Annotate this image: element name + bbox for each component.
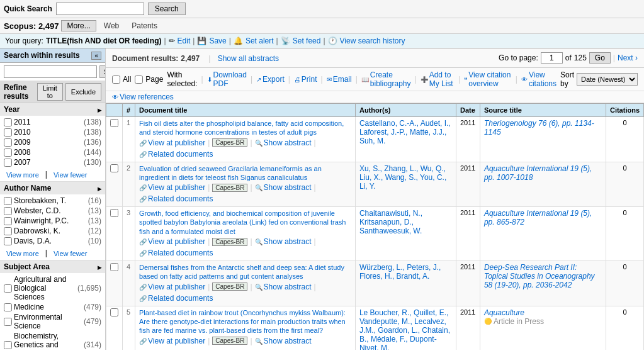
year-section-header[interactable]: Year bbox=[0, 103, 105, 116]
col-header-citations[interactable]: Citations bbox=[606, 104, 643, 117]
capes-badge[interactable]: Capes-BR bbox=[212, 282, 247, 291]
sidebar-collapse-button[interactable]: « bbox=[91, 52, 101, 60]
sidebar-search-button[interactable]: Search bbox=[99, 65, 106, 78]
subject-checkbox[interactable] bbox=[4, 303, 12, 311]
year-view-fewer-link[interactable]: View fewer bbox=[51, 170, 90, 180]
doc-title-link[interactable]: Plant-based diet in rainbow trout (Oncor… bbox=[139, 309, 346, 335]
add-to-my-list-link[interactable]: Add to My List bbox=[421, 70, 455, 88]
limit-to-button[interactable]: Limit to bbox=[37, 83, 63, 101]
related-docs-link[interactable]: Related documents bbox=[139, 249, 213, 257]
capes-badge[interactable]: Capes-BR bbox=[212, 138, 247, 147]
doc-title-link[interactable]: Growth, food efficiency, and biochemical… bbox=[139, 210, 346, 235]
set-alert-link[interactable]: Set alert bbox=[246, 36, 274, 45]
next-page-link[interactable]: Next › bbox=[618, 53, 638, 62]
set-feed-link[interactable]: Set feed bbox=[293, 36, 321, 45]
source-link[interactable]: Aquaculture International 19 (5), pp. 86… bbox=[484, 209, 592, 227]
doc-title-link[interactable]: Evaluation of dried seaweed Gracilaria l… bbox=[139, 165, 322, 181]
related-docs-link[interactable]: Related documents bbox=[139, 194, 213, 203]
author-checkbox[interactable] bbox=[4, 207, 12, 215]
author-link[interactable]: Xu, S., Zhang, L., Wu, Q., Liu, X., Wang… bbox=[359, 164, 446, 191]
source-link[interactable]: Aquaculture bbox=[484, 308, 524, 317]
view-history-link[interactable]: View search history bbox=[340, 36, 405, 45]
author-checkbox[interactable] bbox=[4, 217, 12, 225]
author-link[interactable]: Castellano, C.-A., Audet, I., Laforest, … bbox=[359, 119, 451, 145]
top-search-button[interactable]: Search bbox=[148, 3, 186, 15]
subject-checkbox[interactable] bbox=[4, 284, 12, 293]
sidebar-search-input[interactable] bbox=[4, 65, 97, 78]
exclude-button[interactable]: Exclude bbox=[65, 83, 101, 101]
year-checkbox[interactable] bbox=[4, 128, 12, 137]
edit-query-link[interactable]: Edit bbox=[178, 36, 191, 45]
view-at-publisher-link[interactable]: View at publisher bbox=[139, 183, 205, 192]
year-checkbox[interactable] bbox=[4, 138, 12, 147]
download-pdf-link[interactable]: Download PDF bbox=[207, 70, 247, 88]
save-query-link[interactable]: Save bbox=[209, 36, 226, 45]
subject-checkbox[interactable] bbox=[4, 318, 12, 326]
print-link[interactable]: Print bbox=[294, 75, 317, 84]
row-checkbox[interactable] bbox=[110, 308, 118, 316]
col-header-date[interactable]: Date bbox=[456, 104, 480, 117]
doc-title-link[interactable]: Fish oil diets alter the phospholipid ba… bbox=[139, 120, 344, 136]
year-checkbox[interactable] bbox=[4, 159, 12, 167]
col-header-authors[interactable]: Author(s) bbox=[355, 104, 456, 117]
view-at-publisher-link[interactable]: View at publisher bbox=[139, 337, 205, 345]
author-view-fewer-link[interactable]: View fewer bbox=[51, 249, 90, 259]
show-abstract-link[interactable]: Show abstract bbox=[255, 282, 312, 291]
web-tab[interactable]: Web bbox=[99, 20, 124, 31]
source-link[interactable]: Deep-Sea Research Part II: Topical Studi… bbox=[484, 263, 595, 289]
show-abstract-link[interactable]: Show abstract bbox=[255, 337, 312, 345]
subject-section-header[interactable]: Subject Area bbox=[0, 260, 105, 273]
patents-tab[interactable]: Patents bbox=[127, 20, 162, 31]
select-all-checkbox[interactable] bbox=[112, 76, 120, 84]
view-citations-link[interactable]: View citations bbox=[521, 70, 556, 88]
author-section-header[interactable]: Author Name bbox=[0, 182, 105, 194]
author-checkbox[interactable] bbox=[4, 237, 12, 245]
source-link[interactable]: Aquaculture International 19 (5), pp. 10… bbox=[484, 164, 592, 182]
view-at-publisher-link[interactable]: View at publisher bbox=[139, 237, 205, 246]
doc-date: 2011 bbox=[456, 207, 480, 261]
create-bib-link[interactable]: Create bibliography bbox=[361, 70, 411, 88]
row-checkbox[interactable] bbox=[110, 164, 118, 172]
sort-select[interactable]: Date (Newest) bbox=[577, 73, 638, 86]
author-view-more-link[interactable]: View more bbox=[4, 249, 42, 259]
show-abstract-link[interactable]: Show abstract bbox=[255, 138, 312, 147]
author-link[interactable]: Chaitanawisuti, N., Kritsanapun, D., San… bbox=[359, 209, 422, 235]
author-checkbox[interactable] bbox=[4, 227, 12, 235]
col-header-source[interactable]: Source title bbox=[480, 104, 606, 117]
author-link[interactable]: Le Boucher, R., Quillet, E., Vandeputte,… bbox=[359, 308, 450, 350]
doc-title-link[interactable]: Demersal fishes from the Antarctic shelf… bbox=[139, 264, 344, 280]
email-link[interactable]: Email bbox=[327, 75, 352, 84]
capes-badge[interactable]: Capes-BR bbox=[212, 184, 247, 192]
more-tab-button[interactable]: More... bbox=[61, 20, 96, 31]
year-checkbox[interactable] bbox=[4, 118, 12, 126]
year-checkbox[interactable] bbox=[4, 148, 12, 157]
source-link[interactable]: Theriogenology 76 (6), pp. 1134-1145 bbox=[484, 119, 594, 137]
capes-badge[interactable]: Capes-BR bbox=[212, 238, 247, 246]
doc-citations: 0 bbox=[606, 306, 643, 350]
doc-number: 5 bbox=[123, 306, 135, 350]
page-number-input[interactable] bbox=[541, 52, 563, 64]
capes-badge[interactable]: Capes-BR bbox=[212, 337, 247, 345]
related-docs-link[interactable]: Related documents bbox=[139, 150, 213, 159]
show-abstract-link[interactable]: Show abstract bbox=[255, 237, 312, 246]
subject-checkbox[interactable] bbox=[4, 341, 12, 349]
with-selected-label: With selected: bbox=[167, 70, 197, 88]
show-abstract-link[interactable]: Show abstract bbox=[255, 183, 312, 192]
view-at-publisher-link[interactable]: View at publisher bbox=[139, 138, 205, 147]
related-docs-link[interactable]: Related documents bbox=[139, 294, 213, 303]
view-at-publisher-link[interactable]: View at publisher bbox=[139, 282, 205, 291]
view-references-link[interactable]: View references bbox=[112, 92, 174, 101]
show-all-abstracts-link[interactable]: Show all abstracts bbox=[218, 54, 279, 63]
row-checkbox[interactable] bbox=[110, 263, 118, 271]
row-checkbox[interactable] bbox=[110, 119, 118, 127]
view-citation-overview-link[interactable]: View citation overview bbox=[464, 70, 512, 88]
col-header-title[interactable]: Document title bbox=[135, 104, 356, 117]
author-checkbox[interactable] bbox=[4, 197, 12, 205]
go-button[interactable]: Go bbox=[589, 52, 611, 64]
author-link[interactable]: Würzberg, L., Peters, J., Flores, H., Br… bbox=[359, 263, 441, 281]
quick-search-input[interactable] bbox=[56, 3, 144, 15]
select-page-checkbox[interactable] bbox=[135, 76, 143, 84]
export-link[interactable]: Export bbox=[256, 75, 285, 84]
row-checkbox[interactable] bbox=[110, 209, 118, 217]
year-view-more-link[interactable]: View more bbox=[4, 170, 42, 180]
